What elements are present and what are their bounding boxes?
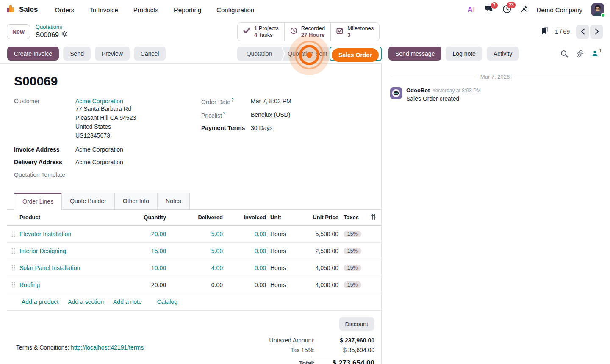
activity-button[interactable]: Activity — [487, 47, 519, 61]
menu-orders[interactable]: Orders — [47, 0, 82, 19]
log-note-button[interactable]: Log note — [446, 47, 482, 61]
gear-icon[interactable] — [61, 31, 68, 39]
product-cell[interactable]: Roofing — [19, 281, 140, 288]
company-switcher[interactable]: Demo Company — [537, 6, 582, 14]
tax-badge[interactable]: 15% — [344, 248, 361, 254]
quantity-cell[interactable]: 20.00 — [140, 231, 166, 237]
unit-price-cell[interactable]: 5,500.00 — [297, 231, 338, 237]
menu-reporting[interactable]: Reporting — [166, 0, 209, 19]
send-button[interactable]: Send — [63, 47, 91, 61]
messages-button[interactable]: 7 — [484, 5, 494, 15]
status-bar: Quotation Quotation Sent Sales Order — [237, 47, 382, 61]
customer-label: Customer — [14, 98, 75, 140]
search-messages-icon[interactable] — [560, 50, 568, 58]
delivered-cell[interactable]: 4.00 — [166, 265, 223, 271]
terms-link[interactable]: http://localhost:42191/terms — [71, 344, 144, 351]
menu-products[interactable]: Products — [126, 0, 166, 19]
stat-button-projects[interactable]: 1 Projects 4 Tasks — [238, 23, 284, 41]
pager-previous-button[interactable] — [576, 25, 589, 39]
unit-price-cell[interactable]: 2,500.00 — [297, 248, 338, 254]
app-switcher[interactable]: Sales — [6, 4, 38, 15]
col-invoiced[interactable]: Invoiced — [223, 214, 266, 221]
delivered-cell[interactable]: 5.00 — [166, 248, 223, 254]
tab-order-lines[interactable]: Order Lines — [14, 193, 62, 210]
invoiced-cell[interactable]: 0.00 — [223, 248, 266, 254]
product-cell[interactable]: Interior Designing — [19, 248, 140, 254]
tab-quote-builder[interactable]: Quote Builder — [61, 193, 115, 210]
payment-terms-value[interactable]: 30 Days — [251, 124, 272, 131]
pricelist-value[interactable]: Benelux (USD) — [251, 111, 290, 119]
followers-count: 1 — [599, 48, 602, 55]
preview-button[interactable]: Preview — [95, 47, 130, 61]
product-cell[interactable]: Solar Panel Installation — [19, 265, 140, 271]
product-cell[interactable]: Elevator Installation — [19, 231, 140, 237]
add-product-link[interactable]: Add a product — [22, 298, 58, 305]
total-amount-row: Total: $ 273,654.00 — [7, 358, 374, 364]
tax-badge[interactable]: 15% — [344, 281, 361, 288]
quantity-cell[interactable]: 15.00 — [140, 248, 166, 254]
order-date-value[interactable]: Mar 7, 8:03 PM — [251, 98, 291, 105]
quantity-cell[interactable]: 10.00 — [140, 265, 166, 271]
invoice-address-value[interactable]: Acme Corporation — [75, 146, 123, 153]
drag-handle-icon[interactable] — [7, 282, 19, 288]
stat-button-recorded-hours[interactable]: Recorded 27 Hours — [284, 23, 330, 41]
breadcrumb-quotations[interactable]: Quotations — [36, 24, 68, 30]
drag-handle-icon[interactable] — [7, 231, 19, 237]
col-unit-price[interactable]: Unit Price — [297, 214, 338, 221]
table-row[interactable]: Interior Designing 15.00 5.00 0.00 Hours… — [7, 243, 382, 259]
followers-button[interactable]: 1 — [592, 50, 602, 57]
col-quantity[interactable]: Quantity — [140, 214, 166, 221]
table-row[interactable]: Elevator Installation 20.00 5.00 0.00 Ho… — [7, 226, 382, 243]
menu-to-invoice[interactable]: To Invoice — [82, 0, 126, 19]
tax-badge[interactable]: 15% — [344, 231, 361, 237]
invoiced-cell[interactable]: 0.00 — [223, 265, 266, 271]
add-section-link[interactable]: Add a section — [68, 298, 104, 305]
status-step-quotation-sent[interactable]: Quotation Sent — [286, 50, 330, 57]
status-step-quotation[interactable]: Quotation — [237, 50, 281, 57]
catalog-link[interactable]: Catalog — [157, 298, 177, 305]
delivered-cell[interactable]: 0.00 — [166, 281, 223, 288]
attachments-icon[interactable] — [576, 50, 584, 58]
debug-tools-button[interactable] — [520, 5, 528, 14]
delivered-cell[interactable]: 5.00 — [166, 231, 223, 237]
chatter-message[interactable]: OdooBot Yesterday at 8:03 PM Sales Order… — [390, 87, 602, 102]
cancel-button[interactable]: Cancel — [134, 47, 166, 61]
invoiced-cell[interactable]: 0.00 — [223, 231, 266, 237]
table-row[interactable]: Roofing 20.00 0.00 0.00 Hours 4,000.00 1… — [7, 276, 382, 293]
stat-buttons: 1 Projects 4 Tasks Recorded 27 Hours — [237, 22, 380, 41]
total-value: $ 273,654.00 — [315, 358, 374, 364]
activities-button[interactable]: 23 — [502, 5, 511, 15]
user-avatar[interactable] — [591, 3, 604, 16]
optional-columns-icon[interactable] — [365, 213, 382, 221]
col-delivered[interactable]: Delivered — [166, 214, 223, 221]
stat-button-milestones[interactable]: Milestones 3 — [330, 23, 379, 41]
tax-badge[interactable]: 15% — [344, 265, 361, 271]
send-message-button[interactable]: Send message — [388, 47, 441, 61]
status-step-sales-order[interactable]: Sales Order — [330, 47, 382, 61]
invoiced-cell[interactable]: 0.00 — [223, 281, 266, 288]
tab-other-info[interactable]: Other Info — [114, 193, 158, 210]
table-row[interactable]: Solar Panel Installation 10.00 4.00 0.00… — [7, 259, 382, 276]
ai-assistant-icon[interactable]: AI — [468, 6, 475, 14]
drag-handle-icon[interactable] — [7, 265, 19, 271]
new-button[interactable]: New — [7, 24, 30, 39]
customer-address-line: Pleasant Hill CA 94523 — [75, 113, 136, 122]
quantity-cell[interactable]: 20.00 — [140, 281, 166, 288]
pager-next-button[interactable] — [590, 25, 603, 39]
drag-handle-icon[interactable] — [7, 248, 19, 254]
create-invoice-button[interactable]: Create Invoice — [7, 47, 59, 61]
customer-address-line: 77 Santa Barbara Rd — [75, 105, 136, 113]
menu-configuration[interactable]: Configuration — [209, 0, 262, 19]
bookmark-icon[interactable] — [541, 27, 549, 37]
tab-notes[interactable]: Notes — [157, 193, 190, 210]
col-product[interactable]: Product — [19, 214, 140, 221]
message-author[interactable]: OdooBot — [406, 87, 430, 94]
add-note-link[interactable]: Add a note — [113, 298, 142, 305]
unit-price-cell[interactable]: 4,050.00 — [297, 265, 338, 271]
customer-link[interactable]: Acme Corporation — [75, 98, 123, 105]
col-unit[interactable]: Unit — [266, 214, 297, 221]
col-taxes[interactable]: Taxes — [338, 214, 365, 221]
unit-price-cell[interactable]: 4,000.00 — [297, 281, 338, 288]
delivery-address-value[interactable]: Acme Corporation — [75, 159, 123, 165]
discount-button[interactable]: Discount — [339, 317, 374, 331]
